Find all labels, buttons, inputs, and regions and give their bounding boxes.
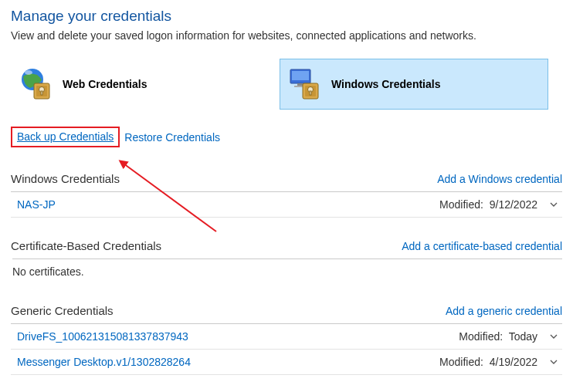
tab-windows-credentials[interactable]: Windows Credentials bbox=[280, 59, 548, 110]
tab-web-credentials[interactable]: Web Credentials bbox=[11, 59, 280, 110]
backup-restore-links: Back up Credentials Restore Credentials bbox=[11, 127, 562, 147]
credential-modified: Modified: 4/19/2022 bbox=[439, 356, 537, 368]
credential-row[interactable]: DriveFS_100621315081337837943 Modified: … bbox=[11, 324, 562, 350]
credential-type-tabs: Web Credentials Windows Credentials bbox=[11, 59, 562, 110]
monitor-safe-icon bbox=[285, 66, 322, 103]
restore-credentials-link[interactable]: Restore Credentials bbox=[124, 131, 220, 144]
credential-name: Messenger Desktop.v1/1302828264 bbox=[17, 356, 191, 368]
page-title: Manage your credentials bbox=[11, 8, 562, 25]
add-generic-credential-link[interactable]: Add a generic credential bbox=[446, 305, 562, 317]
section-title: Windows Credentials bbox=[11, 172, 120, 185]
credential-name: DriveFS_100621315081337837943 bbox=[17, 330, 188, 343]
add-certificate-credential-link[interactable]: Add a certificate-based credential bbox=[402, 240, 562, 252]
svg-rect-7 bbox=[292, 71, 309, 80]
chevron-down-icon bbox=[548, 331, 559, 342]
chevron-down-icon bbox=[548, 357, 559, 367]
tab-label: Web Credentials bbox=[63, 78, 147, 90]
credential-row[interactable]: Messenger Desktop.v1/1302828264 Modified… bbox=[11, 350, 562, 375]
section-title: Certificate-Based Credentials bbox=[11, 239, 161, 252]
chevron-down-icon bbox=[548, 199, 559, 210]
empty-certificates-text: No certificates. bbox=[12, 259, 562, 296]
section-windows-credentials: Windows Credentials Add a Windows creden… bbox=[11, 164, 562, 218]
tab-label: Windows Credentials bbox=[331, 78, 440, 90]
credential-row[interactable]: NAS-JP Modified: 9/12/2022 bbox=[11, 192, 562, 218]
svg-rect-13 bbox=[310, 91, 311, 95]
annotation-highlight-box: Back up Credentials bbox=[11, 127, 120, 147]
credential-modified: Modified: 9/12/2022 bbox=[439, 198, 537, 211]
backup-credentials-link[interactable]: Back up Credentials bbox=[17, 130, 114, 143]
credential-name: NAS-JP bbox=[17, 198, 56, 211]
svg-point-1 bbox=[25, 70, 32, 75]
section-certificate-credentials: Certificate-Based Credentials Add a cert… bbox=[11, 231, 562, 296]
add-windows-credential-link[interactable]: Add a Windows credential bbox=[437, 173, 562, 185]
credential-modified: Modified: Today bbox=[459, 330, 537, 343]
section-generic-credentials: Generic Credentials Add a generic creden… bbox=[11, 296, 562, 375]
globe-safe-icon bbox=[16, 66, 53, 103]
svg-rect-5 bbox=[41, 91, 42, 95]
section-title: Generic Credentials bbox=[11, 304, 114, 317]
page-description: View and delete your saved logon informa… bbox=[11, 29, 562, 42]
